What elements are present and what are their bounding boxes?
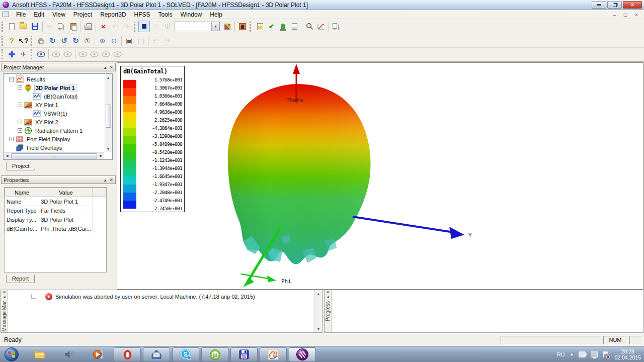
report-icon[interactable] bbox=[289, 21, 300, 32]
taskbar-ansoft-hfss[interactable] bbox=[289, 347, 316, 362]
property-row[interactable]: Name3D Polar Plot 1 bbox=[5, 197, 106, 206]
zoom-in-region-icon[interactable]: ⊕ bbox=[97, 35, 108, 47]
fit-selection-icon[interactable]: ▢ bbox=[135, 35, 146, 47]
property-row[interactable]: dB(GainTo...Phi ,Theta ,dB(Gai... bbox=[5, 224, 106, 233]
panel-pin-icon[interactable]: ◂ bbox=[327, 295, 329, 299]
rotate-axis-icon[interactable]: ↺ bbox=[58, 35, 70, 47]
tree-item-field-overlays[interactable]: Field Overlays bbox=[4, 143, 104, 152]
scroll-up-icon[interactable]: ▲ bbox=[315, 291, 321, 297]
help-icon[interactable]: ? bbox=[6, 35, 18, 47]
pan-icon[interactable] bbox=[35, 35, 47, 47]
tree-vertical-scrollbar[interactable]: ▲ ▼ bbox=[105, 74, 112, 152]
zoom-magnifier-icon[interactable] bbox=[304, 21, 315, 32]
battery-icon[interactable] bbox=[579, 351, 586, 357]
context-help-icon[interactable]: ↖? bbox=[18, 35, 29, 47]
analyze-icon[interactable] bbox=[277, 21, 289, 32]
taskbar-opera[interactable] bbox=[114, 347, 141, 362]
menu-project[interactable]: Project bbox=[69, 11, 96, 19]
panel-close-icon[interactable]: ✕ bbox=[109, 65, 113, 70]
action-center-flag-icon[interactable] bbox=[603, 351, 608, 357]
scroll-left-icon[interactable]: ◀ bbox=[4, 153, 10, 159]
mdi-restore-button[interactable]: □ bbox=[622, 12, 629, 18]
property-value[interactable]: 3D Polar Plot 1 bbox=[39, 197, 93, 206]
taskbar-explorer[interactable] bbox=[26, 347, 53, 362]
menu-window[interactable]: Window bbox=[177, 11, 206, 19]
taskbar-floppy-app[interactable] bbox=[230, 347, 258, 362]
panel-close-icon[interactable]: ✕ bbox=[3, 290, 6, 295]
project-manager-header[interactable]: Project Manager ▴ ✕ bbox=[1, 63, 116, 71]
rotate-screen-icon[interactable]: ↻ bbox=[70, 35, 82, 47]
minimize-button[interactable] bbox=[592, 1, 606, 9]
undo-view-icon[interactable]: ↶ bbox=[150, 35, 162, 47]
scroll-right-icon[interactable]: ▶ bbox=[98, 153, 104, 159]
3d-polar-plot-view[interactable]: Theta Y Phi dB(GainTotal) 1.5768e+0011.3… bbox=[117, 62, 643, 290]
message-row[interactable]: × Simulation was aborted by user on serv… bbox=[45, 293, 255, 300]
menu-view[interactable]: View bbox=[48, 11, 69, 19]
rotate-icon[interactable]: ↻ bbox=[47, 35, 58, 47]
grayed-tool-2-icon[interactable]: Ψ bbox=[162, 21, 173, 32]
tray-expand-icon[interactable]: ▲ bbox=[570, 352, 574, 356]
tree-item-xy-plot-2[interactable]: +XY Plot 2 bbox=[4, 118, 104, 126]
clock[interactable]: 20:28 02.04.2015 bbox=[614, 348, 641, 360]
restore-button[interactable] bbox=[607, 1, 622, 9]
mdi-close-button[interactable]: × bbox=[633, 12, 640, 18]
show-icon[interactable] bbox=[35, 49, 47, 60]
taskbar-skype[interactable]: S bbox=[172, 347, 199, 362]
panel-pin-icon[interactable]: ◂ bbox=[3, 295, 5, 299]
zoom-1to1-icon[interactable]: ① bbox=[82, 35, 93, 47]
network-icon[interactable] bbox=[591, 351, 598, 357]
collapse-icon[interactable]: − bbox=[9, 77, 14, 81]
grayed-tool-1-icon[interactable]: ⌾ bbox=[150, 21, 162, 32]
mdi-document-icon[interactable] bbox=[3, 12, 9, 17]
open-icon[interactable] bbox=[18, 21, 29, 32]
results-icon[interactable] bbox=[254, 21, 266, 32]
expand-icon[interactable]: + bbox=[18, 128, 22, 133]
new-icon[interactable] bbox=[6, 21, 18, 32]
menu-edit[interactable]: Edit bbox=[30, 11, 48, 19]
tree-item-results[interactable]: −Results bbox=[4, 75, 104, 83]
boolean-icon[interactable]: ✚ bbox=[6, 49, 18, 60]
tab-report[interactable]: Report bbox=[6, 275, 35, 283]
redo-view-icon[interactable]: ↷ bbox=[162, 35, 173, 47]
property-value[interactable]: 3D Polar Plot bbox=[39, 215, 93, 224]
tree-item-db-gaintotal-[interactable]: dB(GainTotal) bbox=[4, 92, 104, 101]
print-icon[interactable] bbox=[83, 21, 94, 32]
start-button[interactable] bbox=[4, 347, 19, 362]
tree-horizontal-scrollbar[interactable]: ◀ ☰ ▶ bbox=[4, 152, 104, 159]
visibility-icon-2[interactable] bbox=[89, 49, 100, 60]
hide-icon-1[interactable] bbox=[50, 49, 62, 60]
menu-help[interactable]: Help bbox=[206, 11, 226, 19]
tree-item-radiation-pattern-1[interactable]: +Radiation Pattern 1 bbox=[4, 126, 104, 135]
copy-icon[interactable] bbox=[56, 21, 67, 32]
select-object-icon[interactable] bbox=[138, 21, 150, 32]
collapse-icon[interactable]: − bbox=[18, 85, 22, 90]
property-value[interactable]: Far Fields bbox=[39, 206, 93, 215]
copy-image-icon[interactable] bbox=[331, 21, 342, 32]
combobox-dropdown-icon[interactable]: ▼ bbox=[211, 22, 219, 31]
delete-icon[interactable]: × bbox=[98, 21, 109, 32]
scroll-up-icon[interactable]: ▲ bbox=[105, 74, 111, 80]
menu-tools[interactable]: Tools bbox=[154, 11, 177, 19]
taskbar-hfss-model[interactable] bbox=[260, 347, 287, 362]
panel-close-icon[interactable]: ✕ bbox=[326, 290, 330, 295]
menu-hfss[interactable]: HFSS bbox=[130, 11, 154, 19]
property-value[interactable]: Phi ,Theta ,dB(Gai... bbox=[39, 224, 93, 233]
visibility-icon-4[interactable] bbox=[112, 49, 123, 60]
solution-setup-icon[interactable] bbox=[236, 21, 248, 32]
sweep-icon[interactable] bbox=[221, 21, 233, 32]
save-icon[interactable] bbox=[29, 21, 41, 32]
language-indicator[interactable]: RU bbox=[557, 351, 565, 357]
scroll-down-icon[interactable]: ▼ bbox=[315, 326, 321, 332]
expand-icon[interactable]: + bbox=[18, 120, 22, 124]
menu-report3d[interactable]: Report3D bbox=[96, 11, 130, 19]
properties-header[interactable]: Properties ▴ ✕ bbox=[1, 175, 116, 184]
explode-icon[interactable]: ✈ bbox=[18, 49, 29, 60]
plot-curve-icon[interactable] bbox=[315, 21, 327, 32]
zoom-out-region-icon[interactable]: ⊖ bbox=[108, 35, 120, 47]
visibility-icon-3[interactable] bbox=[100, 49, 112, 60]
tree-item-port-field-display[interactable]: +Port Field Display bbox=[4, 135, 104, 143]
selection-combobox[interactable]: ▼ bbox=[175, 22, 220, 31]
hide-icon-2[interactable] bbox=[62, 49, 73, 60]
message-group-expander[interactable] bbox=[31, 294, 36, 299]
taskbar-mail[interactable] bbox=[143, 347, 170, 362]
